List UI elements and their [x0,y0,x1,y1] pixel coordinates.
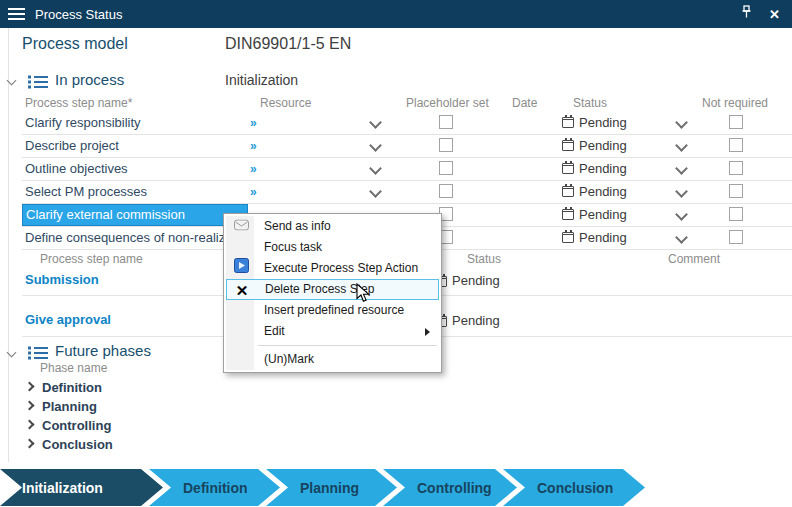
phase-row[interactable]: Planning [22,397,792,416]
step-name[interactable]: Define consequences of non-realization [25,227,253,249]
not-required-checkbox[interactable] [729,115,743,129]
status-value[interactable]: Pending [579,112,627,134]
list-icon [28,75,48,89]
phase-arrow-initialization[interactable]: Initialization [0,469,163,506]
resource-picker-icon[interactable]: » [250,135,257,157]
table-row[interactable]: Clarify responsibility » Pending [22,112,792,135]
chevron-down-icon[interactable] [369,139,382,152]
status-value[interactable]: Pending [579,204,627,226]
phase-arrow-controlling[interactable]: Controlling [383,469,517,506]
section-title-in-process[interactable]: In process [55,71,124,88]
calendar-icon[interactable] [562,140,574,151]
menu-item-edit[interactable]: Edit [226,321,439,342]
menu-item-unmark[interactable]: (Un)Mark [226,349,439,370]
phase-row[interactable]: Controlling [22,416,792,435]
col-phase-name: Phase name [40,361,107,375]
chevron-down-icon[interactable] [675,116,688,129]
phase-row[interactable]: Conclusion [22,435,792,454]
submenu-arrow-icon [425,328,430,336]
status-value[interactable]: Pending [452,273,500,288]
step-name[interactable]: Outline objectives [25,158,128,180]
close-icon[interactable]: ✕ [769,8,780,21]
phase-name[interactable]: Controlling [42,416,111,435]
calendar-icon[interactable] [562,117,574,128]
not-required-checkbox[interactable] [729,207,743,221]
calendar-icon[interactable] [562,232,574,243]
table-row[interactable]: Select PM processes » Pending [22,181,792,204]
calendar-icon[interactable] [562,163,574,174]
menu-item-execute-action[interactable]: Execute Process Step Action [226,258,439,279]
col-status: Status [573,96,607,110]
status-value[interactable]: Pending [579,181,627,203]
phase-row[interactable]: Definition [22,378,792,397]
table-row[interactable]: Describe project » Pending [22,135,792,158]
title-bar: Process Status ✕ [0,0,792,28]
chevron-down-icon[interactable] [675,231,688,244]
chevron-down-icon[interactable] [675,185,688,198]
delete-x-icon: ✕ [232,280,252,299]
selected-step-cell[interactable]: Clarify external commission [22,204,248,226]
chevron-down-icon[interactable] [675,139,688,152]
list-icon [28,346,48,360]
mouse-cursor-icon [356,283,371,308]
panel-left-border [8,28,9,462]
resource-picker-icon[interactable]: » [250,181,257,203]
expand-chevron-icon[interactable] [25,382,35,392]
menu-item-send-as-info[interactable]: Send as info [226,216,439,237]
menu-item-insert-predefined-resource[interactable]: Insert predefined resource [226,300,439,321]
phase-name[interactable]: Planning [42,397,97,416]
chevron-down-icon[interactable] [675,162,688,175]
menu-separator [258,345,437,346]
menu-item-focus-task[interactable]: Focus task [226,237,439,258]
process-model-value[interactable]: DIN69901/1-5 EN [225,35,351,53]
phase-arrow-planning[interactable]: Planning [266,469,397,506]
window-title: Process Status [35,7,122,22]
process-model-label: Process model [22,35,128,53]
chevron-down-icon[interactable] [369,116,382,129]
expand-chevron-icon[interactable] [25,401,35,411]
current-phase-label: Initialization [225,72,298,88]
placeholder-checkbox[interactable] [439,161,453,175]
chevron-down-icon[interactable] [675,208,688,221]
step-name[interactable]: Clarify responsibility [25,112,141,134]
phase-name[interactable]: Definition [42,378,102,397]
placeholder-checkbox[interactable] [439,115,453,129]
step-name[interactable]: Select PM processes [25,181,147,203]
step-name[interactable]: Clarify external commission [26,205,185,225]
placeholder-checkbox[interactable] [439,138,453,152]
phase-progress-bar: Initialization Definition Planning Contr… [0,469,792,506]
calendar-icon[interactable] [562,186,574,197]
not-required-checkbox[interactable] [729,230,743,244]
table-row[interactable]: Outline objectives » Pending [22,158,792,181]
play-action-icon [231,258,251,280]
menu-item-delete-process-step[interactable]: ✕ Delete Process Step [226,279,439,300]
not-required-checkbox[interactable] [729,184,743,198]
col-date: Date [512,96,537,110]
calendar-icon[interactable] [562,209,574,220]
envelope-icon [231,216,251,237]
col-resource: Resource [260,96,311,110]
status-value[interactable]: Pending [579,158,627,180]
placeholder-checkbox[interactable] [439,184,453,198]
chevron-down-icon[interactable] [369,162,382,175]
chevron-down-icon[interactable] [369,185,382,198]
phase-arrow-conclusion[interactable]: Conclusion [503,469,645,506]
not-required-checkbox[interactable] [729,138,743,152]
menu-hamburger-icon[interactable] [8,8,25,20]
col-process-step-name-2: Process step name [40,252,143,266]
approval-step-link[interactable]: Submission [25,272,99,287]
pin-icon[interactable] [740,5,753,23]
status-value[interactable]: Pending [579,227,627,249]
phase-arrow-definition[interactable]: Definition [149,469,280,506]
phase-name[interactable]: Conclusion [42,435,113,454]
resource-picker-icon[interactable]: » [250,158,257,180]
status-value[interactable]: Pending [452,313,500,328]
expand-chevron-icon[interactable] [25,439,35,449]
not-required-checkbox[interactable] [729,161,743,175]
approval-step-link[interactable]: Give approval [25,312,111,327]
expand-chevron-icon[interactable] [25,420,35,430]
status-value[interactable]: Pending [579,135,627,157]
section-title-future-phases[interactable]: Future phases [55,342,151,359]
resource-picker-icon[interactable]: » [250,112,257,134]
step-name[interactable]: Describe project [25,135,119,157]
